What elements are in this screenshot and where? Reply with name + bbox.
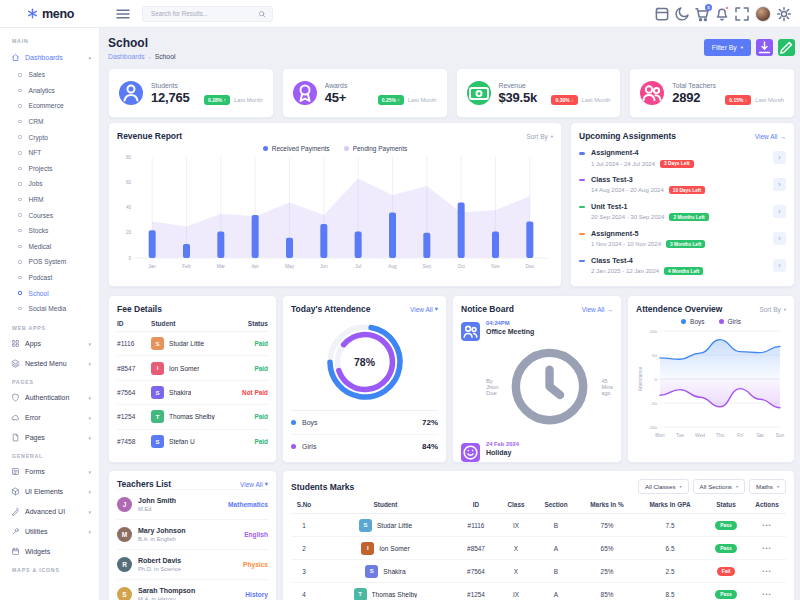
settings-icon[interactable] xyxy=(775,5,793,23)
sidebar-subitem-crypto[interactable]: Crypto xyxy=(0,129,99,145)
marker-icon xyxy=(579,260,585,263)
sidebar-subitem-stocks[interactable]: Stocks xyxy=(0,223,99,239)
chevron-right-button[interactable]: › xyxy=(773,151,786,164)
students-marks-card: Students Marks All Classes▾ All Sections… xyxy=(282,470,795,600)
avatar: M xyxy=(117,527,132,542)
fee-row: #7564 SShakira Not Paid xyxy=(117,381,268,405)
marker-icon xyxy=(579,152,585,155)
svg-text:Mar: Mar xyxy=(217,264,226,269)
dark-mode-icon[interactable] xyxy=(673,5,691,23)
page-header: School Dashboards › School Filter By ▾ xyxy=(108,36,795,64)
sort-by-dropdown[interactable]: Sort By ▾ xyxy=(759,306,786,313)
attendance-overview-card: Attendence Overview Sort By ▾ Boys Girls… xyxy=(627,295,795,463)
attendance-donut-chart: 78% xyxy=(291,314,438,410)
chevron-right-button[interactable]: › xyxy=(773,232,786,245)
due-badge: 2 Months Left xyxy=(669,213,708,221)
logo[interactable]: meno xyxy=(0,7,100,21)
view-all-link[interactable]: View All→ xyxy=(582,306,613,313)
view-all-link[interactable]: View All▾ xyxy=(410,305,438,313)
sidebar-item-dashboards[interactable]: Dashboards ▴ xyxy=(0,47,99,67)
sidebar-subitem-ecommerce[interactable]: Ecommerce xyxy=(0,98,99,114)
teacher-row: M Mary Johnson B.A. in English English xyxy=(117,519,268,549)
sidebar-subitem-social-media[interactable]: Social Media xyxy=(0,301,99,317)
svg-text:Sat: Sat xyxy=(756,433,764,438)
marker-icon xyxy=(579,206,585,209)
row-actions-button[interactable]: ••• xyxy=(748,522,786,528)
bullet-icon xyxy=(18,276,22,280)
sidebar-subitem-jobs[interactable]: Jobs xyxy=(0,176,99,192)
sidebar-item-pages[interactable]: Pages ▾ xyxy=(0,428,99,448)
filter-by-button[interactable]: Filter By ▾ xyxy=(704,39,751,56)
download-button[interactable] xyxy=(756,39,773,56)
svg-text:Jul: Jul xyxy=(355,264,361,269)
chevron-down-icon: ▾ xyxy=(736,484,738,489)
sidebar-item-authentication[interactable]: Authentication ▾ xyxy=(0,388,99,408)
todays-attendance-card: Today's Attendence View All▾ 78% Boys 72… xyxy=(282,295,447,463)
sidebar-item-nested-menu[interactable]: Nested Menu ▾ xyxy=(0,354,99,374)
upcoming-assignments-card: Upcoming Assignments View All→ Assignmen… xyxy=(570,122,795,287)
fee-details-card: Fee Details ID Student Status #1116 SStu… xyxy=(108,295,277,463)
notifications-button[interactable] xyxy=(713,5,731,23)
sidebar-subitem-school[interactable]: School xyxy=(0,285,99,301)
chevron-right-button[interactable]: › xyxy=(773,178,786,191)
row-actions-button[interactable]: ••• xyxy=(748,545,786,551)
all-sections-dropdown[interactable]: All Sections▾ xyxy=(693,479,745,494)
view-all-link[interactable]: View All▾ xyxy=(240,480,268,488)
language-icon[interactable] xyxy=(653,5,671,23)
chevron-right-button[interactable]: › xyxy=(773,205,786,218)
row-actions-button[interactable]: ••• xyxy=(748,591,786,597)
teachers-list-card: Teachers List View All▾ J John Smith M.E… xyxy=(108,470,277,600)
sidebar-item-forms[interactable]: Forms ▾ xyxy=(0,462,99,482)
sidebar-item-widgets[interactable]: Widgets xyxy=(0,542,99,562)
change-badge: 0.15% ↓ xyxy=(725,95,751,105)
search-input[interactable] xyxy=(149,9,258,18)
sidebar-subitem-nft[interactable]: NFT xyxy=(0,145,99,161)
sidebar-subitem-sales[interactable]: Sales xyxy=(0,67,99,83)
sidebar-item-advanced-ui[interactable]: Advanced UI ▾ xyxy=(0,502,99,522)
sort-by-dropdown[interactable]: Sort By ▾ xyxy=(526,133,553,140)
bullet-icon xyxy=(18,291,22,295)
stat-card-awards: Awards 45+ 0.25% ↑ Last Month xyxy=(282,68,448,118)
main-content: School Dashboards › School Filter By ▾ xyxy=(100,28,800,600)
fee-row: #7458 SStefan U Paid xyxy=(117,430,268,454)
cart-button[interactable]: 5 xyxy=(693,5,711,23)
sidebar-subitem-podcast[interactable]: Podcast xyxy=(0,270,99,286)
svg-text:Thu: Thu xyxy=(716,433,725,438)
row-actions-button[interactable]: ••• xyxy=(748,568,786,574)
fee-status: Paid xyxy=(230,365,268,372)
sidebar-item-error[interactable]: Error ▾ xyxy=(0,408,99,428)
pencil-icon xyxy=(778,39,795,56)
teachers-icon xyxy=(640,81,664,105)
chevron-right-button[interactable]: › xyxy=(773,259,786,272)
avatar: T xyxy=(151,410,164,423)
notice-board-card: Notice Board View All→ 04:24PM Office Me… xyxy=(452,295,622,463)
svg-text:Sun: Sun xyxy=(776,433,785,438)
fullscreen-icon[interactable] xyxy=(733,5,751,23)
svg-text:Oct: Oct xyxy=(457,264,465,269)
sidebar-item-apps[interactable]: Apps ▾ xyxy=(0,334,99,354)
assignment-row: Unit Test-1 20 Sep 2024 - 30 Sep 20242 M… xyxy=(579,199,786,225)
shield-icon xyxy=(11,393,20,402)
sidebar-subitem-projects[interactable]: Projects xyxy=(0,161,99,177)
assignment-row: Class Test-3 14 Aug 2024 - 20 Aug 202410… xyxy=(579,172,786,198)
view-all-link[interactable]: View All→ xyxy=(755,133,786,140)
sidebar-subitem-hrm[interactable]: HRM xyxy=(0,192,99,208)
edit-button[interactable] xyxy=(778,39,795,56)
sidebar-item-ui-elements[interactable]: UI Elements ▾ xyxy=(0,482,99,502)
user-avatar[interactable] xyxy=(755,6,771,22)
menu-toggle-icon[interactable] xyxy=(114,5,132,23)
sidebar-subitem-courses[interactable]: Courses xyxy=(0,207,99,223)
sidebar-subitem-pos-system[interactable]: POS System xyxy=(0,254,99,270)
arrow-right-icon: → xyxy=(780,133,787,140)
revenue-report-card: Revenue Report Sort By ▾ Received Paymen… xyxy=(108,122,562,287)
all-classes-dropdown[interactable]: All Classes▾ xyxy=(638,479,689,494)
download-icon xyxy=(756,39,773,56)
sidebar-subitem-analytics[interactable]: Analytics xyxy=(0,83,99,99)
subject-dropdown[interactable]: Maths▾ xyxy=(749,479,786,494)
sidebar-subitem-crm[interactable]: CRM xyxy=(0,114,99,130)
search-icon[interactable] xyxy=(258,10,266,18)
sidebar-item-utilities[interactable]: Utilities ▾ xyxy=(0,522,99,542)
breadcrumb-parent[interactable]: Dashboards xyxy=(108,53,145,60)
bullet-icon xyxy=(18,182,22,186)
sidebar-subitem-medical[interactable]: Medical xyxy=(0,239,99,255)
